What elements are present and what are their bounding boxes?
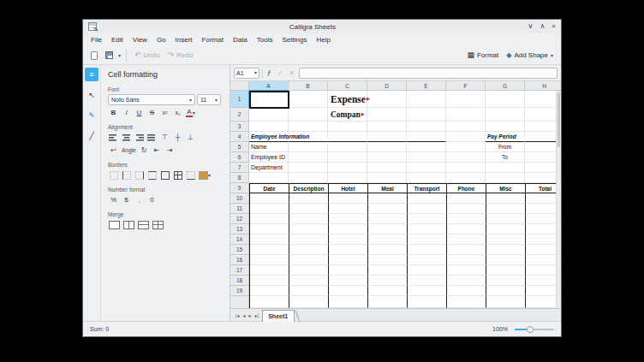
italic-button[interactable]: I <box>121 107 132 118</box>
cell[interactable] <box>249 173 289 183</box>
menu-view[interactable]: View <box>128 35 152 45</box>
cell[interactable] <box>526 286 556 296</box>
menu-file[interactable]: File <box>86 35 106 45</box>
cell[interactable] <box>525 152 556 163</box>
cell[interactable] <box>447 255 486 265</box>
column-header-g[interactable]: G <box>486 81 525 91</box>
cell[interactable] <box>408 234 447 245</box>
titlebar[interactable]: ✎ Calligra Sheets ∨ ∧ × <box>83 20 561 33</box>
cell[interactable]: Phone <box>447 183 486 193</box>
cell[interactable] <box>289 296 329 308</box>
cell[interactable] <box>446 142 486 152</box>
border-color-button[interactable]: ▾ <box>198 169 212 181</box>
cell[interactable] <box>408 255 447 265</box>
next-sheet-button[interactable]: ▸ <box>249 312 252 318</box>
underline-button[interactable]: U <box>134 107 145 118</box>
cell[interactable] <box>250 255 289 265</box>
cell[interactable] <box>328 163 367 173</box>
cell[interactable] <box>408 204 447 214</box>
cancel-formula-button[interactable]: ✕ <box>287 69 296 77</box>
formula-button[interactable]: ƒ <box>265 68 273 77</box>
cell[interactable] <box>367 108 407 122</box>
zoom-slider[interactable] <box>515 325 554 334</box>
border-outline-button[interactable] <box>159 169 170 181</box>
row-header[interactable]: 13 <box>230 224 249 234</box>
cell[interactable] <box>447 204 486 214</box>
format-button[interactable]: ▦ Format <box>464 50 501 61</box>
cell[interactable] <box>408 193 447 204</box>
row-header[interactable]: 5 <box>230 142 249 152</box>
cell[interactable] <box>525 163 556 173</box>
cell[interactable] <box>526 265 556 276</box>
border-right-button[interactable] <box>134 169 145 181</box>
cell[interactable] <box>289 224 329 234</box>
cell[interactable] <box>526 224 556 234</box>
row-header[interactable]: 8 <box>230 173 249 183</box>
cell[interactable] <box>447 234 486 245</box>
menu-insert[interactable]: Insert <box>171 35 197 45</box>
cell[interactable] <box>250 286 289 296</box>
cell[interactable] <box>447 224 486 234</box>
align-center-button[interactable] <box>121 132 132 143</box>
cell[interactable]: Meal <box>368 183 408 193</box>
cell[interactable] <box>486 173 525 183</box>
row-header[interactable]: 9 <box>230 183 249 193</box>
cell[interactable] <box>368 286 408 296</box>
cell[interactable] <box>329 276 368 286</box>
cell[interactable] <box>407 108 446 122</box>
tool-pen[interactable]: ✎ <box>85 109 98 122</box>
menu-settings[interactable]: Settings <box>278 35 312 45</box>
first-sheet-button[interactable]: |◂ <box>236 312 240 318</box>
menu-edit[interactable]: Edit <box>107 35 128 45</box>
align-left-button[interactable] <box>108 132 119 143</box>
cell[interactable] <box>446 163 486 173</box>
cell[interactable] <box>447 286 486 296</box>
cell[interactable] <box>289 122 328 132</box>
row-header[interactable]: 17 <box>230 265 249 276</box>
valign-top-button[interactable]: ⊤ <box>159 132 170 143</box>
cell[interactable] <box>250 276 289 286</box>
row-header[interactable]: 12 <box>230 214 249 224</box>
cell[interactable] <box>486 224 526 234</box>
cell[interactable] <box>407 142 446 152</box>
cell[interactable] <box>486 234 526 245</box>
row-header[interactable]: 15 <box>230 245 249 255</box>
cell[interactable] <box>486 204 526 214</box>
cell[interactable] <box>525 142 556 152</box>
cell[interactable] <box>447 193 486 204</box>
cell[interactable] <box>250 204 289 214</box>
wrap-text-button[interactable]: ↩ <box>108 145 119 156</box>
vertical-scrollbar[interactable] <box>556 91 561 308</box>
border-left-button[interactable] <box>121 169 132 181</box>
apply-formula-button[interactable]: ✓ <box>276 69 285 77</box>
cell[interactable] <box>368 214 408 224</box>
cell[interactable] <box>289 163 328 173</box>
tool-cell-format[interactable]: ≡ <box>85 68 98 81</box>
column-header-d[interactable]: D <box>367 81 407 91</box>
row-header[interactable]: 16 <box>230 255 249 265</box>
cell[interactable] <box>447 276 486 286</box>
menu-go[interactable]: Go <box>152 35 170 45</box>
row-header[interactable]: 10 <box>230 193 249 204</box>
cell[interactable] <box>367 142 407 152</box>
cell[interactable]: Transport <box>408 183 447 193</box>
cell[interactable] <box>486 163 525 173</box>
border-none-button[interactable] <box>108 169 119 181</box>
row-header[interactable]: 19 <box>230 286 249 296</box>
row-header[interactable]: 2 <box>230 108 249 122</box>
cell[interactable] <box>249 91 289 108</box>
cell[interactable] <box>526 296 556 308</box>
cell[interactable] <box>367 163 407 173</box>
cell[interactable] <box>526 193 556 204</box>
column-header-f[interactable]: F <box>446 81 486 91</box>
border-all-button[interactable] <box>172 169 183 181</box>
cell[interactable] <box>250 193 289 204</box>
cell[interactable] <box>250 224 289 234</box>
row-header[interactable]: 1 <box>230 91 249 108</box>
cell[interactable] <box>525 122 556 132</box>
last-sheet-button[interactable]: ▸| <box>255 312 259 318</box>
align-justify-button[interactable] <box>146 132 158 143</box>
cell[interactable] <box>368 265 408 276</box>
merge-vertical-button[interactable] <box>137 219 150 230</box>
cell[interactable] <box>289 108 328 122</box>
